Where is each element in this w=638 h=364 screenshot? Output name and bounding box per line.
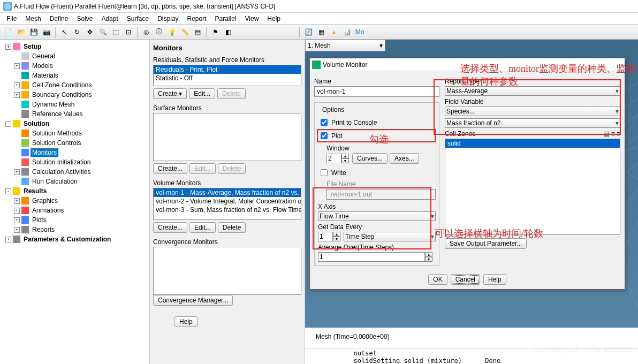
- curves-button[interactable]: Curves...: [352, 153, 388, 164]
- menu-solve[interactable]: Solve: [72, 14, 97, 24]
- sync-icon[interactable]: 🔄: [302, 26, 314, 38]
- window-label: Window: [326, 145, 436, 152]
- menu-file[interactable]: File: [2, 14, 21, 24]
- help-button[interactable]: Help: [174, 316, 198, 327]
- tree-item[interactable]: Solution Methods: [2, 128, 147, 138]
- avgover-spinner[interactable]: ▲▼: [318, 252, 436, 262]
- tree-item[interactable]: +Calculation Activities: [2, 167, 147, 177]
- zones-toolbar[interactable]: ▤ ≡ ≡: [603, 130, 620, 138]
- tree-item[interactable]: Reference Values: [2, 109, 147, 119]
- tree-item[interactable]: Monitors: [2, 148, 147, 157]
- flag-icon[interactable]: ⚑: [209, 26, 221, 38]
- menu-define[interactable]: Define: [45, 14, 73, 24]
- tree-item[interactable]: +Plots: [2, 215, 147, 225]
- section-btn[interactable]: Edit...: [189, 163, 216, 174]
- field-var-select[interactable]: Species...: [445, 107, 620, 116]
- section-btn[interactable]: Delete: [218, 222, 246, 233]
- open-icon[interactable]: 📄: [2, 26, 14, 38]
- field-var2-select[interactable]: Mass fraction of n2: [445, 118, 620, 128]
- pointer-icon[interactable]: ↖: [58, 26, 70, 38]
- tree-item[interactable]: +Parameters & Customization: [2, 234, 147, 244]
- cellzones-list[interactable]: solid: [445, 139, 620, 235]
- name-input[interactable]: [314, 86, 439, 97]
- title-bar: A:Fluid Flow (Fluent) Parallel Fluent@le…: [0, 0, 638, 13]
- info-icon[interactable]: ⓘ: [153, 26, 165, 38]
- section-list[interactable]: [153, 113, 301, 161]
- menu-help[interactable]: Help: [263, 14, 285, 24]
- tree-item[interactable]: Solution Controls: [2, 138, 147, 148]
- tree-item[interactable]: General: [2, 51, 147, 61]
- tree-item[interactable]: +Models: [2, 61, 147, 71]
- tree-item[interactable]: -Solution: [2, 119, 147, 128]
- list-item[interactable]: vol-mon-2 - Volume Integral, Molar Conce…: [154, 197, 301, 206]
- tree-item[interactable]: Dynamic Mesh: [2, 100, 147, 109]
- cancel-button[interactable]: Cancel: [451, 274, 480, 285]
- zone-item[interactable]: solid: [445, 139, 620, 148]
- light-icon[interactable]: 💡: [166, 26, 178, 38]
- ok-button[interactable]: OK: [428, 274, 447, 285]
- list-item[interactable]: vol-mon-3 - Sum, Mass fraction of n2 vs.…: [154, 206, 301, 214]
- ansys-icon[interactable]: ▲: [328, 26, 340, 38]
- tree-item[interactable]: +Graphics: [2, 196, 147, 206]
- xaxis-select[interactable]: Flow Time: [318, 211, 436, 221]
- zoom-box-icon[interactable]: ⬚: [110, 26, 121, 38]
- section-list[interactable]: Residuals - Print, PlotStatistic - Off: [153, 65, 301, 86]
- getdata-spinner[interactable]: ▲▼: [318, 232, 341, 241]
- axes-button[interactable]: Axes...: [390, 153, 419, 164]
- section-btn[interactable]: Edit...: [189, 222, 216, 233]
- rotate-icon[interactable]: ↻: [71, 26, 83, 38]
- save-output-param-button[interactable]: Save Output Parameter...: [445, 238, 527, 249]
- tree-item[interactable]: +Cell Zone Conditions: [2, 80, 147, 90]
- plot-checkbox[interactable]: Plot: [317, 129, 436, 142]
- grid-icon[interactable]: ▦: [315, 26, 327, 38]
- window-spinner[interactable]: ▲▼: [326, 154, 350, 163]
- tree-item[interactable]: Solution Initialization: [2, 157, 147, 167]
- write-checkbox[interactable]: Write: [318, 167, 436, 178]
- dialog-titlebar[interactable]: Volume Monitor: [310, 58, 625, 71]
- menu-report[interactable]: Report: [183, 14, 210, 24]
- layers-icon[interactable]: ▤: [192, 26, 203, 38]
- section-btn[interactable]: Create...: [153, 222, 187, 233]
- tree-item[interactable]: +Reports: [2, 225, 147, 234]
- move-icon[interactable]: ✥: [84, 26, 96, 38]
- camera-icon[interactable]: 📷: [41, 26, 52, 38]
- section-btn[interactable]: Create ▾: [153, 88, 187, 99]
- list-item[interactable]: vol-mon-1 - Mass-Average, Mass fraction …: [154, 188, 301, 197]
- text-icon[interactable]: Mo: [354, 26, 366, 38]
- menu-adapt[interactable]: Adapt: [97, 14, 122, 24]
- menu-parallel[interactable]: Parallel: [211, 14, 241, 24]
- print-console-checkbox[interactable]: Print to Console: [318, 117, 436, 128]
- convergence-manager-button[interactable]: Convergence Manager...: [153, 295, 233, 306]
- zoom-in-icon[interactable]: 🔍: [97, 26, 109, 38]
- dialog-help-button[interactable]: Help: [483, 274, 506, 285]
- save-icon[interactable]: 💾: [28, 26, 40, 38]
- menu-surface[interactable]: Surface: [123, 14, 153, 24]
- section-list[interactable]: vol-mon-1 - Mass-Average, Mass fraction …: [153, 188, 301, 220]
- list-item[interactable]: Residuals - Print, Plot: [154, 65, 301, 74]
- outline-tree[interactable]: +SetupGeneral+ModelsMaterials+Cell Zone …: [0, 40, 150, 364]
- menu-view[interactable]: View: [241, 14, 263, 24]
- tree-item[interactable]: +Animations: [2, 206, 147, 215]
- tree-item[interactable]: +Boundary Conditions: [2, 90, 147, 100]
- list-item[interactable]: Statistic - Off: [154, 74, 301, 82]
- tree-item[interactable]: Run Calculation: [2, 177, 147, 186]
- section-btn[interactable]: Delete: [218, 163, 246, 174]
- probe-icon[interactable]: ◎: [140, 26, 152, 38]
- tree-item[interactable]: Materials: [2, 71, 147, 80]
- section-btn[interactable]: Create...: [153, 163, 187, 174]
- getdata-unit-select[interactable]: Time Step: [344, 232, 436, 241]
- ruler-icon[interactable]: 📏: [179, 26, 191, 38]
- chart-icon[interactable]: 📊: [341, 26, 353, 38]
- menu-display[interactable]: Display: [153, 14, 183, 24]
- tree-item[interactable]: +Setup: [2, 42, 147, 51]
- tree-item[interactable]: -Results: [2, 186, 147, 196]
- section-btn[interactable]: Delete: [217, 88, 246, 99]
- report-type-select[interactable]: Mass-Average: [445, 86, 620, 96]
- section-btn[interactable]: Edit...: [189, 88, 215, 99]
- menu-mesh[interactable]: Mesh: [21, 14, 45, 24]
- section-list[interactable]: [153, 247, 301, 295]
- fit-icon[interactable]: ⊡: [123, 26, 134, 38]
- window-selector[interactable]: 1: Mesh▾: [305, 40, 385, 51]
- folder-icon[interactable]: 📂: [15, 26, 27, 38]
- tool-icon[interactable]: ◧: [222, 26, 234, 38]
